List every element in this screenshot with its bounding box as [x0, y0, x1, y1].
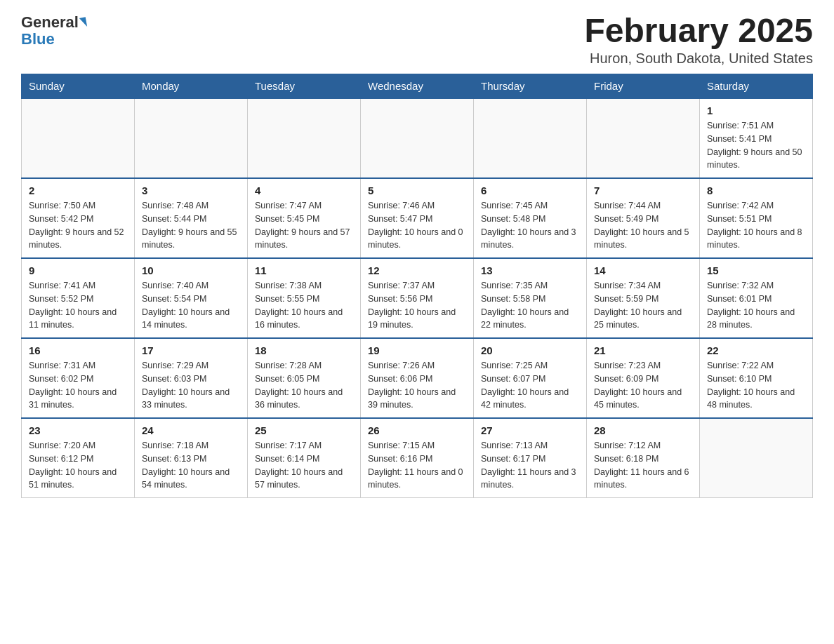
calendar-cell: 28Sunrise: 7:12 AM Sunset: 6:18 PM Dayli… [587, 418, 700, 498]
day-of-week-header: Monday [135, 74, 248, 99]
calendar-cell: 14Sunrise: 7:34 AM Sunset: 5:59 PM Dayli… [587, 258, 700, 338]
day-info: Sunrise: 7:35 AM Sunset: 5:58 PM Dayligh… [481, 279, 579, 332]
day-number: 13 [481, 264, 579, 276]
calendar-cell: 10Sunrise: 7:40 AM Sunset: 5:54 PM Dayli… [135, 258, 248, 338]
day-number: 23 [29, 424, 127, 436]
calendar-cell: 13Sunrise: 7:35 AM Sunset: 5:58 PM Dayli… [474, 258, 587, 338]
calendar-cell: 25Sunrise: 7:17 AM Sunset: 6:14 PM Dayli… [248, 418, 361, 498]
calendar-table: SundayMondayTuesdayWednesdayThursdayFrid… [21, 74, 813, 498]
day-number: 16 [29, 344, 127, 356]
day-number: 18 [255, 344, 353, 356]
day-number: 24 [142, 424, 240, 436]
day-number: 15 [707, 264, 805, 276]
day-info: Sunrise: 7:17 AM Sunset: 6:14 PM Dayligh… [255, 439, 353, 492]
calendar-cell: 23Sunrise: 7:20 AM Sunset: 6:12 PM Dayli… [22, 418, 135, 498]
day-info: Sunrise: 7:28 AM Sunset: 6:05 PM Dayligh… [255, 359, 353, 412]
day-number: 9 [29, 264, 127, 276]
day-info: Sunrise: 7:37 AM Sunset: 5:56 PM Dayligh… [368, 279, 466, 332]
day-number: 27 [481, 424, 579, 436]
day-number: 26 [368, 424, 466, 436]
day-number: 17 [142, 344, 240, 356]
calendar-cell: 2Sunrise: 7:50 AM Sunset: 5:42 PM Daylig… [22, 178, 135, 258]
day-of-week-header: Wednesday [361, 74, 474, 99]
logo-blue-text: Blue [21, 31, 55, 48]
day-info: Sunrise: 7:13 AM Sunset: 6:17 PM Dayligh… [481, 439, 579, 492]
day-info: Sunrise: 7:50 AM Sunset: 5:42 PM Dayligh… [29, 199, 127, 252]
day-number: 28 [594, 424, 692, 436]
day-info: Sunrise: 7:12 AM Sunset: 6:18 PM Dayligh… [594, 439, 692, 492]
calendar-cell [248, 98, 361, 178]
day-info: Sunrise: 7:47 AM Sunset: 5:45 PM Dayligh… [255, 199, 353, 252]
calendar-cell [700, 418, 813, 498]
day-number: 8 [707, 185, 805, 196]
day-info: Sunrise: 7:23 AM Sunset: 6:09 PM Dayligh… [594, 359, 692, 412]
calendar-week-row: 9Sunrise: 7:41 AM Sunset: 5:52 PM Daylig… [22, 258, 813, 338]
page-header: General Blue February 2025 Huron, South … [21, 14, 813, 67]
day-number: 2 [29, 185, 127, 196]
day-info: Sunrise: 7:22 AM Sunset: 6:10 PM Dayligh… [707, 359, 805, 412]
calendar-cell: 21Sunrise: 7:23 AM Sunset: 6:09 PM Dayli… [587, 338, 700, 418]
day-info: Sunrise: 7:45 AM Sunset: 5:48 PM Dayligh… [481, 199, 579, 252]
calendar-cell: 24Sunrise: 7:18 AM Sunset: 6:13 PM Dayli… [135, 418, 248, 498]
calendar-cell: 27Sunrise: 7:13 AM Sunset: 6:17 PM Dayli… [474, 418, 587, 498]
calendar-cell [361, 98, 474, 178]
calendar-cell: 20Sunrise: 7:25 AM Sunset: 6:07 PM Dayli… [474, 338, 587, 418]
day-number: 12 [368, 264, 466, 276]
day-number: 20 [481, 344, 579, 356]
day-info: Sunrise: 7:41 AM Sunset: 5:52 PM Dayligh… [29, 279, 127, 332]
day-number: 10 [142, 264, 240, 276]
day-of-week-header: Tuesday [248, 74, 361, 99]
calendar-week-row: 1Sunrise: 7:51 AM Sunset: 5:41 PM Daylig… [22, 98, 813, 178]
day-number: 25 [255, 424, 353, 436]
day-info: Sunrise: 7:34 AM Sunset: 5:59 PM Dayligh… [594, 279, 692, 332]
calendar-cell: 7Sunrise: 7:44 AM Sunset: 5:49 PM Daylig… [587, 178, 700, 258]
calendar-cell [135, 98, 248, 178]
day-number: 11 [255, 264, 353, 276]
day-info: Sunrise: 7:31 AM Sunset: 6:02 PM Dayligh… [29, 359, 127, 412]
day-info: Sunrise: 7:46 AM Sunset: 5:47 PM Dayligh… [368, 199, 466, 252]
calendar-cell: 9Sunrise: 7:41 AM Sunset: 5:52 PM Daylig… [22, 258, 135, 338]
day-info: Sunrise: 7:25 AM Sunset: 6:07 PM Dayligh… [481, 359, 579, 412]
calendar-cell: 5Sunrise: 7:46 AM Sunset: 5:47 PM Daylig… [361, 178, 474, 258]
day-info: Sunrise: 7:29 AM Sunset: 6:03 PM Dayligh… [142, 359, 240, 412]
day-number: 3 [142, 185, 240, 196]
calendar-header-row: SundayMondayTuesdayWednesdayThursdayFrid… [22, 74, 813, 99]
title-area: February 2025 Huron, South Dakota, Unite… [584, 14, 813, 67]
day-info: Sunrise: 7:40 AM Sunset: 5:54 PM Dayligh… [142, 279, 240, 332]
day-number: 4 [255, 185, 353, 196]
logo-general-text: General [21, 14, 79, 31]
day-number: 22 [707, 344, 805, 356]
calendar-cell: 4Sunrise: 7:47 AM Sunset: 5:45 PM Daylig… [248, 178, 361, 258]
day-info: Sunrise: 7:38 AM Sunset: 5:55 PM Dayligh… [255, 279, 353, 332]
day-info: Sunrise: 7:26 AM Sunset: 6:06 PM Dayligh… [368, 359, 466, 412]
calendar-cell: 3Sunrise: 7:48 AM Sunset: 5:44 PM Daylig… [135, 178, 248, 258]
day-of-week-header: Saturday [700, 74, 813, 99]
day-info: Sunrise: 7:42 AM Sunset: 5:51 PM Dayligh… [707, 199, 805, 252]
calendar-cell [22, 98, 135, 178]
calendar-cell: 12Sunrise: 7:37 AM Sunset: 5:56 PM Dayli… [361, 258, 474, 338]
day-info: Sunrise: 7:20 AM Sunset: 6:12 PM Dayligh… [29, 439, 127, 492]
day-info: Sunrise: 7:44 AM Sunset: 5:49 PM Dayligh… [594, 199, 692, 252]
day-of-week-header: Friday [587, 74, 700, 99]
calendar-cell [474, 98, 587, 178]
day-of-week-header: Thursday [474, 74, 587, 99]
day-number: 6 [481, 185, 579, 196]
calendar-cell: 15Sunrise: 7:32 AM Sunset: 6:01 PM Dayli… [700, 258, 813, 338]
day-number: 5 [368, 185, 466, 196]
calendar-cell: 1Sunrise: 7:51 AM Sunset: 5:41 PM Daylig… [700, 98, 813, 178]
calendar-cell: 11Sunrise: 7:38 AM Sunset: 5:55 PM Dayli… [248, 258, 361, 338]
calendar-cell: 19Sunrise: 7:26 AM Sunset: 6:06 PM Dayli… [361, 338, 474, 418]
logo-arrow-icon [79, 17, 87, 27]
calendar-cell: 22Sunrise: 7:22 AM Sunset: 6:10 PM Dayli… [700, 338, 813, 418]
location-label: Huron, South Dakota, United States [584, 51, 813, 67]
day-number: 1 [707, 105, 805, 116]
day-info: Sunrise: 7:51 AM Sunset: 5:41 PM Dayligh… [707, 119, 805, 172]
day-of-week-header: Sunday [22, 74, 135, 99]
calendar-week-row: 16Sunrise: 7:31 AM Sunset: 6:02 PM Dayli… [22, 338, 813, 418]
day-number: 19 [368, 344, 466, 356]
calendar-cell [587, 98, 700, 178]
day-info: Sunrise: 7:18 AM Sunset: 6:13 PM Dayligh… [142, 439, 240, 492]
day-info: Sunrise: 7:15 AM Sunset: 6:16 PM Dayligh… [368, 439, 466, 492]
day-number: 7 [594, 185, 692, 196]
logo: General Blue [21, 14, 86, 48]
